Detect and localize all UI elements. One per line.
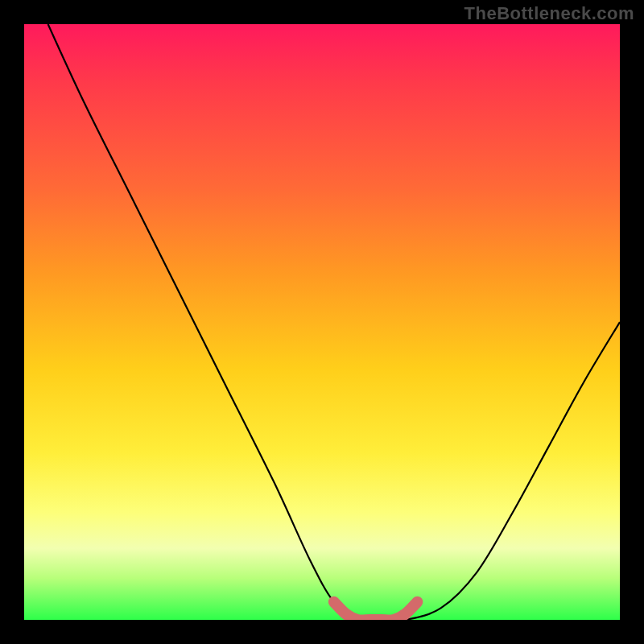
bottleneck-curve <box>48 24 620 620</box>
chart-frame: TheBottleneck.com <box>0 0 644 644</box>
plot-area <box>24 24 620 620</box>
optimal-band-marker <box>334 602 418 620</box>
curve-layer <box>24 24 620 620</box>
watermark-text: TheBottleneck.com <box>464 3 634 24</box>
